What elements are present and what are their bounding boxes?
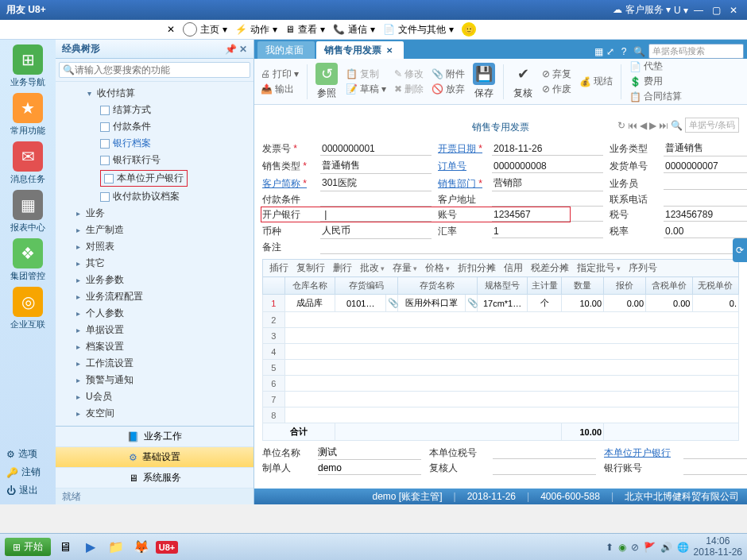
ribbon-save[interactable]: 💾保存 [473,63,495,100]
tb-batchno[interactable]: 指定批号 [577,261,621,275]
tree-node-ownbank[interactable]: 本单位开户银行 [56,168,254,188]
side-handle[interactable]: ⟳ [733,238,747,262]
tray-icon[interactable]: 🔊 [660,542,672,553]
tb-price[interactable]: 价格 [425,261,450,275]
toolbar-close-icon[interactable]: ✕ [167,24,175,35]
toolbar-actions[interactable]: ⚡动作 ▾ [235,23,277,37]
start-button[interactable]: ⊞ 开始 [5,538,51,556]
nav-group[interactable]: ❖集团管控 [10,238,46,282]
ribbon-ops[interactable]: ⊘ 作废 [542,83,571,96]
pin-icon[interactable]: 📌 ✕ [225,44,247,55]
tree-node[interactable]: 银行联行号 [56,152,254,168]
val-addr[interactable] [492,194,603,207]
val-remark[interactable] [320,241,747,254]
tree-node[interactable]: 工作流设置 [56,355,254,372]
tray-icon[interactable]: 🌐 [677,542,689,553]
nav-report[interactable]: ▦报表中心 [10,190,46,234]
u-menu[interactable]: U ▾ [674,5,688,16]
ribbon-void[interactable]: ⊘ 弃复 [542,68,571,81]
val-ship-no[interactable]: 0000000007 [664,160,747,173]
ribbon-delete[interactable]: ✖ 删除 [394,83,424,96]
tb-serial[interactable]: 序列号 [629,261,657,275]
ribbon-ref[interactable]: ↺参照 [315,63,338,100]
tray-icon[interactable]: 🚩 [644,542,656,553]
table-row[interactable]: 5 [263,360,739,376]
ribbon-print[interactable]: 🖨 打印 ▾ [261,68,299,81]
close-icon[interactable]: ✕ [726,4,741,17]
tree-node[interactable]: 档案设置 [56,338,254,355]
toolbar-comm[interactable]: 📞 通信 ▾ [333,23,375,37]
layout-icon[interactable]: ▦ [594,46,603,57]
nav-options[interactable]: ⚙ 选项 [0,445,56,463]
lbl-order-no[interactable]: 订单号 [438,160,486,173]
th-taxprice[interactable]: 含税单价 [646,277,692,295]
th-qty[interactable]: 数量 [561,277,603,295]
tb-u8-icon[interactable]: U8+ [156,536,178,558]
table-row[interactable]: 7 [263,392,739,407]
tree-node[interactable]: 业务参数 [56,272,254,288]
tb-stock[interactable]: 存量 [393,261,417,275]
expand-icon[interactable]: ⤢ [606,46,614,57]
next-icon[interactable]: ▶ [649,120,656,131]
val-order-no[interactable]: 0000000008 [492,160,603,173]
val-currency[interactable]: 人民币 [320,223,432,239]
tree-node-root[interactable]: 收付结算 [56,85,254,102]
ribbon-edit[interactable]: ✎ 修改 [394,68,424,81]
th-uom[interactable]: 主计量 [528,277,561,295]
barcode-search-input[interactable]: 单据条码搜索 [648,44,744,59]
minimize-icon[interactable]: — [691,4,706,17]
val-bill-date[interactable]: 2018-11-26 [492,142,603,156]
val-taxrate[interactable]: 0.00 [664,225,747,238]
ribbon-attach[interactable]: 📎 附件 [432,68,465,81]
service-menu[interactable]: ☁ 客户服务 ▾ [613,3,671,17]
tray-icon[interactable]: ⬆ [606,542,613,553]
val-sales-type[interactable]: 普通销售 [320,158,432,174]
val-payterm[interactable] [320,194,432,207]
tree-node[interactable]: 个人参数 [56,305,254,322]
ribbon-credit[interactable]: 📄 代垫 [629,60,682,73]
footer-sys[interactable]: 🖥 系统服务 [56,468,254,489]
tb-delrow[interactable]: 删行 [333,261,352,275]
val-biz-type[interactable]: 普通销售 [664,141,747,156]
nav-exit[interactable]: ⏻ 退出 [0,481,56,500]
table-row[interactable]: 2 [263,312,739,328]
maximize-icon[interactable]: ▢ [709,4,723,17]
nav-biz[interactable]: ⊞业务导航 [10,44,46,88]
val-dept[interactable]: 营销部 [492,176,603,191]
ribbon-copy[interactable]: 📋 复制 [346,68,386,81]
th-code[interactable]: 存货编码 [335,277,398,295]
toolbar-home[interactable]: 主页 ▾ [183,22,227,37]
ribbon-output[interactable]: 📤 输出 [261,83,299,96]
last-icon[interactable]: ⏭ [659,120,668,131]
tb-discount[interactable]: 折扣分摊 [458,261,496,275]
tray-clock[interactable]: 14:06 2018-11-26 [694,536,742,557]
val-salesman[interactable] [664,177,747,190]
table-row[interactable]: 3 [263,328,739,344]
toolbar-view[interactable]: 🖥 查看 ▾ [285,23,325,37]
toolbar-smile-icon[interactable]: 🙂 [462,22,476,37]
tree-node[interactable]: 付款条件 [56,118,254,135]
tree-node[interactable]: 对照表 [56,238,254,255]
prev-icon[interactable]: ◀ [640,120,647,131]
toolbar-files[interactable]: 📄 文件与其他 ▾ [383,23,454,37]
tb-explorer-icon[interactable]: 🖥 [54,536,76,558]
val-cust[interactable]: 301医院 [320,176,432,191]
table-row[interactable]: 8 [263,407,739,423]
val-rate[interactable]: 1 [492,225,603,238]
tree-node-bank[interactable]: 银行档案 [56,135,254,152]
tb-insert[interactable]: 插行 [269,261,288,275]
tb-credit[interactable]: 信用 [504,261,523,275]
tb-taxdiff[interactable]: 税差分摊 [531,261,569,275]
ribbon-review[interactable]: ✔复核 [512,63,534,100]
table-row[interactable]: 1 成品库 0101…📎 医用外科口罩📎 17cm*1… 个 10.00 0.0… [263,295,739,312]
tb-batch[interactable]: 批改 [360,261,385,275]
tree-node[interactable]: 生产制造 [56,222,254,238]
tray-icon[interactable]: ⊘ [631,542,639,553]
tb-copyrow[interactable]: 复制行 [296,261,325,275]
val-invoice-no[interactable]: 0000000001 [320,142,432,156]
footer-base[interactable]: ⚙ 基础设置 [56,447,254,468]
doc-search-input[interactable]: 单据号/条码 [685,118,739,133]
tray-icon[interactable]: ◉ [618,542,626,553]
first-icon[interactable]: ⏮ [628,120,637,131]
tree-node[interactable]: 单据设置 [56,322,254,338]
